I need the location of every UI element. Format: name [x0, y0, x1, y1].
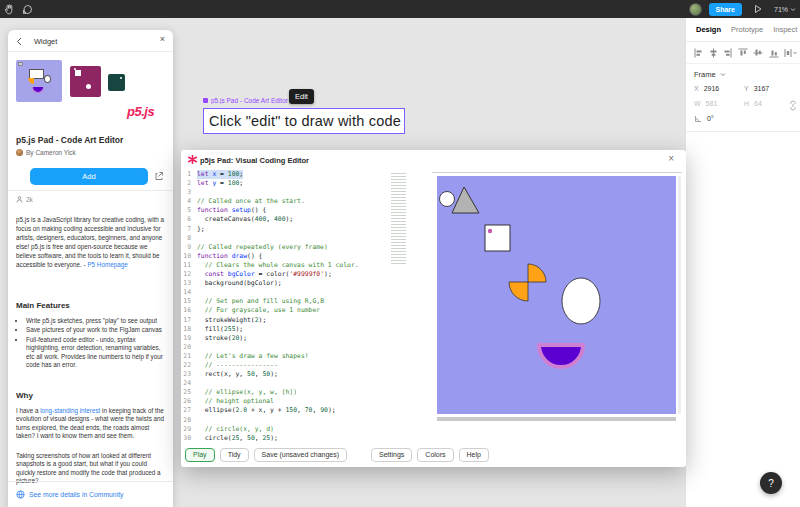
- align-left-icon[interactable]: [694, 48, 703, 58]
- preview-thumbnail-2[interactable]: [70, 66, 101, 97]
- widget-edit-button[interactable]: Edit: [289, 89, 314, 104]
- code-line[interactable]: 28: [181, 416, 431, 425]
- code-line[interactable]: 14: [181, 288, 431, 297]
- alignment-toolbar: [686, 42, 800, 64]
- code-line[interactable]: 22 // ----------------: [181, 361, 431, 370]
- code-line[interactable]: 26 // height optional: [181, 397, 431, 406]
- code-line[interactable]: 16 // For grayscale, use 1 number: [181, 306, 431, 315]
- code-line[interactable]: 29 // circle(x, y, d): [181, 425, 431, 434]
- frame-type-dropdown[interactable]: Frame: [694, 70, 726, 79]
- zoom-menu[interactable]: 71%: [774, 6, 796, 13]
- p5-widget-frame[interactable]: Click "edit" to draw with code: [203, 108, 405, 134]
- tidy-button[interactable]: Tidy: [220, 448, 249, 462]
- feature-item: Write p5.js sketches, press "play" to se…: [26, 317, 166, 325]
- code-line[interactable]: 18 fill(255);: [181, 325, 431, 334]
- top-toolbar: Share 71%: [0, 0, 800, 18]
- rotation-icon: [694, 115, 702, 123]
- p5js-asterisk-icon: [188, 155, 197, 164]
- code-line[interactable]: 27 ellipse(2.0 + x, y + 150, 70, 90);: [181, 406, 431, 415]
- author-avatar: [16, 149, 23, 156]
- align-h-center-icon[interactable]: [709, 48, 718, 58]
- x-field[interactable]: X2916: [694, 85, 744, 92]
- features-heading: Main Features: [16, 301, 70, 310]
- align-top-icon[interactable]: [738, 48, 748, 58]
- add-widget-button[interactable]: Add: [30, 168, 148, 185]
- chevron-down-icon: [720, 72, 726, 77]
- preview-thumbnail-1[interactable]: [16, 60, 62, 102]
- small-circle-shape: [440, 192, 455, 207]
- code-line[interactable]: 25 // ellipse(x, y, w, [h]): [181, 388, 431, 397]
- align-right-icon[interactable]: [723, 48, 732, 58]
- community-link[interactable]: See more details in Community: [29, 491, 123, 498]
- align-bottom-icon[interactable]: [769, 48, 779, 58]
- share-widget-icon[interactable]: [154, 171, 164, 181]
- present-play-icon[interactable]: [749, 0, 767, 18]
- y-field[interactable]: Y3167: [744, 85, 794, 92]
- share-button[interactable]: Share: [709, 3, 742, 16]
- pink-dot-shape: [488, 229, 492, 233]
- interest-link[interactable]: long-standing interest: [40, 407, 100, 414]
- code-line[interactable]: 15 // Set pen and fill using R,G,B: [181, 297, 431, 306]
- p5-canvas-output: [437, 176, 676, 414]
- widget-name: p5.js Pad - Code Art Editor: [16, 135, 123, 145]
- widget-title-label: p5.js Pad - Code Art Editor - C: [203, 97, 303, 104]
- help-float-button[interactable]: ?: [760, 472, 782, 494]
- save-button[interactable]: Save (unsaved changes): [254, 448, 347, 462]
- code-line[interactable]: 23 rect(x, y, 50, 50);: [181, 370, 431, 379]
- white-ellipse-shape: [562, 278, 600, 324]
- distribute-menu-icon[interactable]: [784, 48, 797, 58]
- code-line[interactable]: 21 // Let's draw a few shapes!: [181, 352, 431, 361]
- feature-item: Save pictures of your work to the FigJam…: [26, 326, 166, 334]
- preview-horizontal-scrollbar[interactable]: [437, 417, 676, 421]
- features-list: Write p5.js sketches, press "play" to se…: [26, 317, 166, 370]
- comment-icon[interactable]: [18, 0, 36, 18]
- code-line[interactable]: 30 circle(25, 50, 25);: [181, 434, 431, 443]
- play-button[interactable]: Play: [185, 448, 215, 462]
- widget-details-panel: Widget × p5.js p5.js Pad - Code Art Edit…: [8, 30, 173, 507]
- globe-icon: [16, 490, 25, 499]
- panel-header: Widget ×: [8, 30, 173, 52]
- divider: [8, 190, 173, 191]
- author-byline[interactable]: By Cameron Yick: [16, 149, 76, 156]
- colors-button[interactable]: Colors: [417, 448, 453, 462]
- height-field[interactable]: H64: [744, 100, 794, 107]
- widget-text: Click "edit" to draw with code: [209, 113, 401, 129]
- code-line[interactable]: 12 const bgColor = color('#9999f0');: [181, 270, 431, 279]
- tab-prototype[interactable]: Prototype: [731, 25, 763, 34]
- modal-header: p5js Pad: Visual Coding Editor ×: [181, 150, 686, 170]
- rotation-field[interactable]: 0°: [694, 115, 746, 123]
- tab-design[interactable]: Design: [696, 25, 721, 34]
- size-row: W581 H64: [694, 100, 794, 107]
- code-line[interactable]: 17 strokeWeight(2);: [181, 316, 431, 325]
- back-chevron-icon[interactable]: [16, 37, 22, 46]
- person-icon: [16, 196, 23, 203]
- widget-description: p5.js is a JavaScript library for creati…: [16, 216, 166, 269]
- code-line[interactable]: 20: [181, 343, 431, 352]
- divider: [686, 131, 800, 132]
- coding-editor-modal: p5js Pad: Visual Coding Editor × 1let x …: [181, 150, 686, 467]
- code-line[interactable]: 24: [181, 379, 431, 388]
- zoom-level: 71%: [774, 6, 788, 13]
- code-line[interactable]: 19 stroke(20);: [181, 334, 431, 343]
- code-line[interactable]: 13 background(bgColor);: [181, 279, 431, 288]
- p5-homepage-link[interactable]: P5 Homepage: [87, 261, 127, 268]
- help-button[interactable]: Help: [459, 448, 489, 462]
- code-minimap[interactable]: [391, 173, 406, 265]
- preview-thumbnail-3[interactable]: [108, 74, 125, 91]
- align-v-center-icon[interactable]: [753, 48, 763, 58]
- settings-button[interactable]: Settings: [371, 448, 412, 462]
- tab-inspect[interactable]: Inspect: [773, 25, 797, 34]
- users-count: 2k: [16, 196, 33, 203]
- user-avatar[interactable]: [689, 3, 702, 16]
- preview-vertical-scrollbar[interactable]: [678, 176, 681, 414]
- hand-tool-icon[interactable]: [0, 0, 18, 18]
- why-paragraph-1: I have a long-standing interest in keepi…: [16, 407, 166, 440]
- width-field[interactable]: W581: [694, 100, 744, 107]
- close-icon[interactable]: ×: [160, 34, 165, 44]
- modal-close-icon[interactable]: ×: [668, 154, 674, 164]
- why-heading: Why: [16, 391, 33, 400]
- square-shape: [485, 225, 510, 251]
- panel-footer: See more details in Community: [8, 481, 173, 507]
- constrain-proportions-icon[interactable]: [789, 100, 797, 111]
- panel-title: Widget: [34, 37, 57, 46]
